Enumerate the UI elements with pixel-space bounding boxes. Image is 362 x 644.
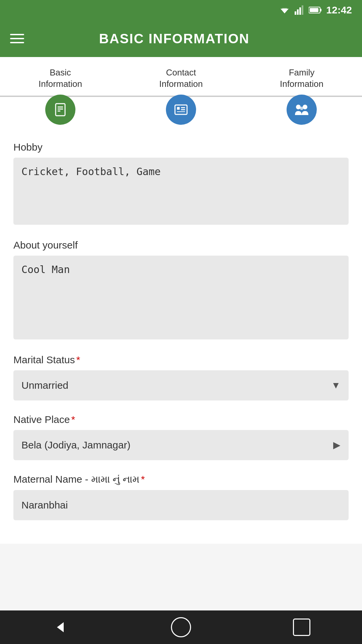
home-button[interactable] <box>168 614 194 641</box>
marital-status-field-group: Marital Status* Unmarried ▼ <box>13 354 349 400</box>
native-place-input[interactable]: Bela (Jodiya, Jamnagar) ▶ <box>13 430 349 460</box>
recent-button[interactable] <box>288 614 315 641</box>
maternal-name-input[interactable] <box>13 490 349 520</box>
marital-status-label: Marital Status* <box>13 354 349 366</box>
svg-rect-14 <box>177 107 180 110</box>
status-bar: 12:42 <box>0 0 362 20</box>
native-place-value: Bela (Jodiya, Jamnagar) <box>21 439 130 451</box>
svg-rect-8 <box>310 8 318 12</box>
step-family-label: FamilyInformation <box>280 67 323 90</box>
step-indicator: BasicInformation ContactInformation <box>0 57 362 131</box>
home-circle-icon <box>171 617 191 637</box>
hobby-label: Hobby <box>13 142 349 153</box>
svg-rect-2 <box>295 11 296 15</box>
svg-rect-5 <box>302 5 303 15</box>
chevron-right-icon: ▶ <box>333 439 341 450</box>
step-contact-label: ContactInformation <box>159 67 203 90</box>
app-bar: BASIC INFORMATION <box>0 20 362 57</box>
native-place-field-group: Native Place* Bela (Jodiya, Jamnagar) ▶ <box>13 414 349 460</box>
main-content: Hobby About yourself Marital Status* Unm… <box>0 131 362 544</box>
step-basic-label: BasicInformation <box>39 67 82 90</box>
step-contact-information[interactable]: ContactInformation <box>121 67 241 125</box>
menu-button[interactable] <box>10 34 24 43</box>
svg-point-20 <box>300 107 303 110</box>
native-place-label: Native Place* <box>13 414 349 425</box>
about-yourself-field-group: About yourself <box>13 239 349 341</box>
step-family-information[interactable]: FamilyInformation <box>241 67 362 125</box>
signal-icon <box>295 5 305 15</box>
about-yourself-input[interactable] <box>13 256 349 339</box>
step-basic-circle <box>45 95 75 125</box>
svg-point-19 <box>303 105 307 109</box>
svg-point-18 <box>296 105 301 109</box>
navigation-bar <box>0 610 362 644</box>
about-yourself-label: About yourself <box>13 239 349 251</box>
battery-icon <box>309 6 322 14</box>
hobby-input[interactable] <box>13 158 349 225</box>
wifi-icon <box>279 5 291 15</box>
marital-status-value: Unmarried <box>21 380 68 391</box>
back-button[interactable] <box>47 614 74 641</box>
maternal-name-label: Maternal Name - મામા નું નામ* <box>13 474 349 485</box>
recent-square-icon <box>293 619 310 636</box>
svg-rect-7 <box>320 9 321 11</box>
marital-status-dropdown[interactable]: Unmarried ▼ <box>13 370 349 400</box>
step-basic-information[interactable]: BasicInformation <box>0 67 121 125</box>
svg-rect-4 <box>299 7 301 15</box>
svg-rect-3 <box>297 9 299 15</box>
hobby-field-group: Hobby <box>13 142 349 226</box>
step-family-circle <box>287 95 317 125</box>
svg-marker-21 <box>57 622 64 632</box>
svg-rect-9 <box>56 104 65 116</box>
time-display: 12:42 <box>326 4 352 16</box>
maternal-name-field-group: Maternal Name - મામા નું નામ* <box>13 474 349 520</box>
chevron-down-icon: ▼ <box>331 380 341 391</box>
step-contact-circle <box>166 95 196 125</box>
page-title: BASIC INFORMATION <box>38 31 311 46</box>
